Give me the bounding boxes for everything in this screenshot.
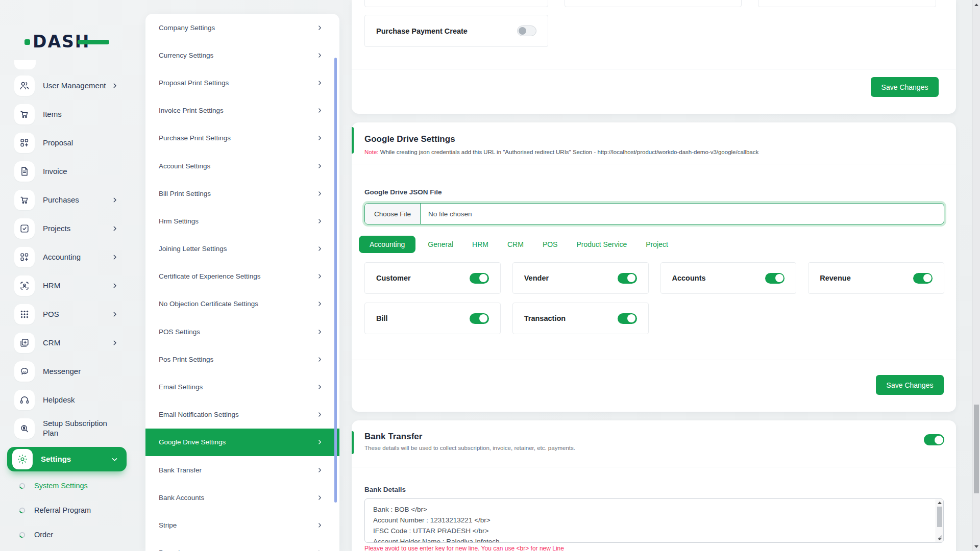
toggle-knob	[519, 27, 526, 35]
nav-chevron-icon	[316, 411, 323, 418]
sidebar-subitem-system-settings[interactable]: System Settings	[7, 473, 127, 498]
choose-file-button[interactable]: Choose File	[365, 204, 421, 224]
nav-chevron-icon	[316, 190, 323, 197]
module-label: Bill	[376, 314, 388, 322]
settings-nav-item-no-objection-certificate-settings[interactable]: No Objection Certificate Settings	[145, 290, 339, 318]
sidebar-item-pos[interactable]: POS	[7, 304, 127, 324]
sidebar-item-settings[interactable]: Settings	[7, 447, 127, 471]
sidebar-item-label: Projects	[43, 224, 70, 234]
tab-crm[interactable]: CRM	[507, 240, 524, 248]
sidebar-item-messenger[interactable]: Messenger	[7, 361, 127, 382]
sidebar-item-proposal[interactable]: Proposal	[7, 133, 127, 153]
note-text: While creating json credentials add this…	[380, 149, 759, 155]
scroll-down-icon[interactable]	[973, 543, 980, 550]
bank-details-line: Bank : BOB </br>	[373, 504, 935, 515]
sidebar-item-projects[interactable]: Projects	[7, 218, 127, 239]
save-changes-button[interactable]: Save Changes	[876, 375, 944, 395]
resize-handle-icon[interactable]	[938, 533, 942, 542]
chevron-right-icon	[111, 82, 118, 89]
tab-accounting[interactable]: Accounting	[359, 236, 415, 253]
revenue-toggle[interactable]	[913, 273, 933, 284]
tab-pos[interactable]: POS	[543, 240, 558, 248]
settings-nav-item-pos-settings[interactable]: POS Settings	[145, 318, 339, 345]
google-drive-json-file-input[interactable]: Choose File No file chosen	[364, 203, 944, 224]
sidebar-item-hrm[interactable]: HRM	[7, 276, 127, 296]
module-box-accounts: Accounts	[660, 262, 797, 294]
sidebar-item-helpdesk[interactable]: Helpdesk	[7, 390, 127, 410]
settings-nav-item-purchase-print-settings[interactable]: Purchase Print Settings	[145, 124, 339, 152]
divider	[352, 69, 956, 69]
vender-toggle[interactable]	[618, 273, 637, 284]
clipped-setting-box	[758, 0, 936, 7]
settings-nav-item-company-settings[interactable]: Company Settings	[145, 14, 339, 41]
cart-icon	[19, 109, 30, 120]
settings-nav-item-paypal[interactable]: Paypal	[145, 539, 339, 551]
settings-nav-item-currency-settings[interactable]: Currency Settings	[145, 41, 339, 69]
tab-general[interactable]: General	[428, 240, 453, 248]
circle-bullet-icon	[18, 482, 26, 490]
scroll-up-icon[interactable]	[973, 1, 980, 8]
settings-nav-item-label: Email Settings	[159, 383, 203, 391]
toggle-knob	[479, 314, 487, 322]
module-box-bill: Bill	[364, 303, 501, 334]
sidebar-item-purchases[interactable]: Purchases	[7, 190, 127, 210]
module-box-transaction: Transaction	[512, 303, 649, 334]
menu-icon-box	[14, 161, 35, 182]
settings-nav-item-certificate-of-experience-settings[interactable]: Certificate of Experience Settings	[145, 263, 339, 290]
tab-project[interactable]: Project	[646, 240, 668, 248]
sidebar-item-invoice[interactable]: Invoice	[7, 161, 127, 182]
customer-toggle[interactable]	[470, 273, 489, 284]
sidebar-item-items[interactable]: Items	[7, 104, 127, 124]
sidebar-subitem-referral-program[interactable]: Referral Program	[7, 498, 127, 522]
settings-nav-item-google-drive-settings[interactable]: Google Drive Settings	[145, 429, 339, 456]
transaction-toggle[interactable]	[618, 313, 637, 324]
sidebar-item-setup-subscription-plan[interactable]: Setup Subscription Plan	[7, 418, 127, 439]
settings-nav-item-invoice-print-settings[interactable]: Invoice Print Settings	[145, 97, 339, 124]
module-box-customer: Customer	[364, 262, 501, 294]
save-changes-button[interactable]: Save Changes	[871, 77, 939, 97]
sidebar-item-label: CRM	[43, 338, 60, 348]
settings-nav-item-label: Currency Settings	[159, 52, 213, 59]
chevron-right-icon	[111, 339, 118, 346]
sidebar-subitem-order[interactable]: Order	[7, 522, 127, 547]
settings-nav-item-stripe[interactable]: Stripe	[145, 511, 339, 539]
settings-nav-item-joining-letter-settings[interactable]: Joining Letter Settings	[145, 235, 339, 263]
settings-nav-item-email-settings[interactable]: Email Settings	[145, 373, 339, 400]
nav-chevron-icon	[316, 384, 323, 390]
toggle-knob	[479, 274, 487, 282]
tab-product-service[interactable]: Product Service	[576, 240, 627, 248]
module-label: Vender	[524, 274, 549, 282]
settings-nav-item-proposal-print-settings[interactable]: Proposal Print Settings	[145, 69, 339, 96]
menu-icon-box	[14, 247, 35, 267]
page-scrollbar-thumb[interactable]	[974, 405, 979, 493]
scroll-up-icon[interactable]	[936, 499, 943, 506]
settings-nav-scrollbar[interactable]	[334, 58, 337, 503]
nav-chevron-icon	[316, 52, 323, 59]
scrollbar-thumb[interactable]	[937, 507, 942, 527]
bank-transfer-toggle[interactable]	[924, 434, 944, 445]
settings-nav-item-email-notification-settings[interactable]: Email Notification Settings	[145, 401, 339, 429]
divider	[352, 360, 956, 360]
toggle-knob	[627, 314, 635, 322]
settings-nav-item-bank-transfer[interactable]: Bank Transfer	[145, 456, 339, 484]
settings-nav-item-bill-print-settings[interactable]: Bill Print Settings	[145, 180, 339, 207]
note-label: Note:	[364, 149, 379, 155]
sidebar-item-label: Purchases	[43, 195, 79, 205]
nav-chevron-icon	[316, 494, 323, 501]
settings-nav-item-bank-accounts[interactable]: Bank Accounts	[145, 484, 339, 511]
settings-nav-item-pos-print-settings[interactable]: Pos Print Settings	[145, 345, 339, 373]
purchase-payment-create-toggle[interactable]	[517, 26, 536, 36]
settings-nav-item-label: Hrm Settings	[159, 217, 199, 225]
sidebar-item-label: Accounting	[43, 253, 81, 262]
sidebar-item-crm[interactable]: CRM	[7, 333, 127, 353]
tab-hrm[interactable]: HRM	[472, 240, 488, 248]
page-scrollbar[interactable]	[972, 0, 980, 551]
bank-details-textarea[interactable]: Bank : BOB </br>Account Number : 1231321…	[364, 498, 944, 543]
bill-toggle[interactable]	[470, 313, 489, 324]
chevron-right-icon	[111, 196, 118, 204]
accounts-toggle[interactable]	[765, 273, 785, 284]
sidebar-item-accounting[interactable]: Accounting	[7, 247, 127, 267]
settings-nav-item-hrm-settings[interactable]: Hrm Settings	[145, 207, 339, 235]
settings-nav-item-account-settings[interactable]: Account Settings	[145, 152, 339, 180]
sidebar-item-user-management[interactable]: User Management	[7, 76, 127, 96]
